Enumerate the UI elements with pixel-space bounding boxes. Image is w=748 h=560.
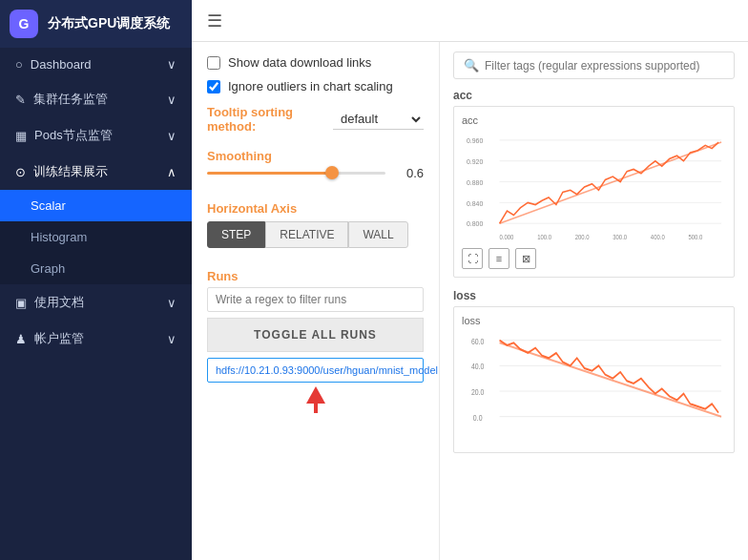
show-download-checkbox[interactable] [207, 56, 220, 70]
dashboard-icon: ○ [15, 57, 23, 72]
sidebar-item-pods[interactable]: ▦ Pods节点监管 ∨ [0, 117, 192, 154]
settings-panel: Show data download links Ignore outliers… [192, 42, 440, 560]
circle-icon: ⊙ [15, 165, 26, 179]
sidebar-item-dashboard[interactable]: ○ Dashboard ∨ [0, 48, 192, 81]
smoothing-container: 0.6 [207, 163, 424, 182]
smoothing-label: Smoothing [207, 149, 424, 163]
horizontal-axis-section: Horizontal Axis STEP RELATIVE WALL [207, 196, 424, 248]
content-area: Show data download links Ignore outliers… [192, 42, 748, 560]
svg-text:300.0: 300.0 [613, 233, 627, 239]
horizontal-axis-label: Horizontal Axis [207, 201, 424, 216]
smoothing-value: 0.6 [395, 166, 424, 180]
chart-acc-label: acc [462, 114, 726, 126]
svg-text:0.000: 0.000 [500, 233, 514, 239]
chart-acc-toolbar: ⛶ ≡ ⊠ [462, 248, 726, 269]
grid-icon: ▦ [15, 129, 27, 143]
run-item[interactable]: hdfs://10.21.0.93:9000/user/hguan/mnist_… [207, 358, 424, 383]
sidebar: G 分布式GPU调度系统 ○ Dashboard ∨ ✎ 集群任务监管 ∨ ▦ … [0, 0, 192, 560]
chart-card-loss: loss 60.0 40.0 20.0 0.0 [453, 306, 735, 453]
arrow-container [207, 386, 424, 415]
chart-loss-section-label: loss [453, 289, 735, 302]
sidebar-item-histogram[interactable]: Histogram [0, 221, 192, 253]
chart-acc-svg: 0.960 0.920 0.880 0.840 0.800 0.000 100.… [462, 130, 726, 244]
run-item-text: hdfs://10.21.0.93:9000/user/hguan/mnist_… [216, 364, 438, 376]
axis-relative-button[interactable]: RELATIVE [265, 221, 348, 248]
axis-step-button[interactable]: STEP [207, 221, 265, 248]
chevron-down-icon: ∨ [167, 129, 177, 143]
axis-wall-button[interactable]: WALL [348, 221, 407, 248]
smoothing-section: Smoothing 0.6 [207, 143, 424, 182]
svg-text:0.880: 0.880 [467, 177, 483, 186]
show-download-label: Show data download links [228, 55, 371, 70]
runs-label: Runs [207, 269, 424, 283]
edit-icon: ✎ [15, 93, 26, 107]
svg-text:0.0: 0.0 [473, 413, 483, 423]
chart-card-acc: acc 0.960 0.920 0.880 [453, 106, 735, 278]
sidebar-logo: G [10, 10, 38, 38]
tooltip-select[interactable]: default ascending descending nearest [333, 109, 424, 130]
chevron-down-icon: ∨ [167, 296, 177, 310]
svg-line-25 [500, 342, 721, 416]
ignore-outliers-checkbox[interactable] [207, 80, 220, 93]
sidebar-item-label: 训练结果展示 [33, 163, 108, 180]
filter-bar: 🔍 [453, 52, 735, 79]
svg-text:40.0: 40.0 [471, 362, 485, 371]
sidebar-title: 分布式GPU调度系统 [48, 15, 170, 32]
chart-section-loss: loss loss 60.0 40.0 20.0 [453, 289, 735, 453]
sidebar-item-docs[interactable]: ▣ 使用文档 ∨ [0, 284, 192, 321]
doc-icon: ▣ [15, 296, 27, 310]
tooltip-row: Tooltip sorting method: default ascendin… [207, 105, 424, 134]
sidebar-item-cluster-tasks[interactable]: ✎ 集群任务监管 ∨ [0, 81, 192, 117]
histogram-label: Histogram [31, 230, 87, 244]
search-icon: 🔍 [464, 58, 479, 73]
chevron-down-icon: ∨ [167, 93, 177, 107]
chart-settings-button[interactable]: ⊠ [515, 248, 536, 269]
svg-text:60.0: 60.0 [471, 337, 485, 346]
sidebar-item-graph[interactable]: Graph [0, 253, 192, 284]
svg-text:20.0: 20.0 [471, 387, 485, 397]
svg-text:200.0: 200.0 [575, 233, 590, 239]
svg-text:0.800: 0.800 [467, 219, 483, 228]
chart-loss-area: 60.0 40.0 20.0 0.0 [462, 330, 726, 445]
sidebar-item-label: 帐户监管 [34, 330, 84, 347]
svg-text:0.960: 0.960 [467, 136, 483, 145]
scalar-label: Scalar [31, 198, 66, 213]
chevron-down-icon: ∨ [167, 332, 177, 346]
ignore-outliers-label: Ignore outliers in chart scaling [228, 79, 393, 93]
svg-text:500.0: 500.0 [688, 233, 702, 239]
arrow-up-icon [306, 386, 325, 404]
chart-expand-button[interactable]: ⛶ [462, 248, 483, 269]
chart-acc-section-label: acc [453, 89, 735, 102]
chart-loss-label: loss [462, 315, 726, 326]
axis-buttons: STEP RELATIVE WALL [207, 221, 424, 248]
chart-section-acc: acc acc 0.960 0.920 [453, 89, 735, 278]
user-icon: ♟ [15, 332, 27, 346]
sidebar-item-label: 集群任务监管 [33, 91, 108, 108]
filter-input[interactable] [485, 59, 724, 73]
graph-label: Graph [31, 261, 65, 276]
tooltip-label: Tooltip sorting method: [207, 105, 325, 134]
chevron-down-icon: ∨ [167, 57, 177, 72]
smoothing-slider[interactable] [207, 163, 385, 182]
hamburger-icon[interactable]: ☰ [207, 10, 222, 31]
sidebar-item-account[interactable]: ♟ 帐户监管 ∨ [0, 321, 192, 357]
charts-panel: 🔍 acc acc [440, 42, 748, 560]
sidebar-item-label: 使用文档 [34, 294, 84, 311]
sidebar-header: G 分布式GPU调度系统 [0, 0, 192, 48]
sidebar-item-train-results[interactable]: ⊙ 训练结果展示 ∧ [0, 154, 192, 190]
chevron-up-icon: ∧ [167, 165, 177, 179]
ignore-outliers-row: Ignore outliers in chart scaling [207, 79, 424, 93]
show-download-row: Show data download links [207, 55, 424, 70]
svg-text:0.840: 0.840 [467, 198, 483, 207]
main-content: ☰ Show data download links Ignore outlie… [192, 0, 748, 560]
sidebar-item-label: Dashboard [31, 57, 92, 72]
chart-list-button[interactable]: ≡ [488, 248, 509, 269]
chart-loss-svg: 60.0 40.0 20.0 0.0 [462, 330, 726, 445]
chart-acc-area: 0.960 0.920 0.880 0.840 0.800 0.000 100.… [462, 130, 726, 244]
svg-text:100.0: 100.0 [537, 233, 551, 239]
toggle-all-button[interactable]: TOGGLE ALL RUNS [207, 318, 424, 352]
sidebar-item-label: Pods节点监管 [34, 127, 113, 144]
svg-text:0.920: 0.920 [467, 157, 483, 166]
runs-filter-input[interactable] [207, 287, 424, 312]
sidebar-item-scalar[interactable]: Scalar [0, 190, 192, 221]
